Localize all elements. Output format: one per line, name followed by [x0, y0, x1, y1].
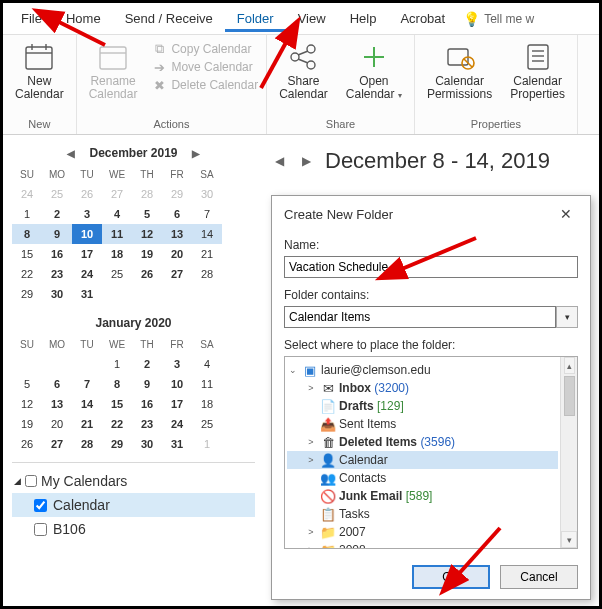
cal-day[interactable]: 13: [162, 224, 192, 244]
cal-day[interactable]: 5: [12, 374, 42, 394]
cal-day[interactable]: 10: [162, 374, 192, 394]
name-input[interactable]: [284, 256, 578, 278]
cal-day[interactable]: 5: [132, 204, 162, 224]
cal-day[interactable]: 2: [132, 354, 162, 374]
folder-tree[interactable]: ⌄▣laurie@clemson.edu>✉Inbox (3200)📄Draft…: [285, 357, 560, 548]
cal-day[interactable]: 25: [102, 264, 132, 284]
expand-icon[interactable]: ⌄: [287, 365, 299, 375]
cal-day[interactable]: 30: [132, 434, 162, 454]
cal-day[interactable]: 8: [102, 374, 132, 394]
cal-day[interactable]: 28: [192, 264, 222, 284]
tree-item[interactable]: 📋Tasks: [287, 505, 558, 523]
scroll-up-button[interactable]: ▴: [564, 357, 575, 374]
cal-day[interactable]: 6: [42, 374, 72, 394]
calendar-checkbox[interactable]: [34, 523, 47, 536]
cal-day[interactable]: 25: [42, 184, 72, 204]
cal-day[interactable]: 17: [72, 244, 102, 264]
calendar-list-item[interactable]: B106: [12, 517, 255, 541]
cal-day[interactable]: 27: [102, 184, 132, 204]
my-calendars-header[interactable]: ◢ My Calendars: [12, 469, 255, 493]
cal-day[interactable]: 24: [162, 414, 192, 434]
cal-next-month[interactable]: ▶: [186, 148, 206, 159]
ok-button[interactable]: OK: [412, 565, 490, 589]
cal-day[interactable]: 31: [162, 434, 192, 454]
tree-root[interactable]: ⌄▣laurie@clemson.edu: [287, 361, 558, 379]
expand-icon[interactable]: >: [305, 437, 317, 447]
tree-item[interactable]: >📁2007: [287, 523, 558, 541]
expand-icon[interactable]: >: [305, 383, 317, 393]
share-calendar-button[interactable]: Share Calendar: [275, 39, 332, 103]
cal-day[interactable]: 10: [72, 224, 102, 244]
cal-day[interactable]: 31: [72, 284, 102, 304]
cal-prev-month[interactable]: ◀: [61, 148, 81, 159]
cal-day[interactable]: 22: [102, 414, 132, 434]
next-week[interactable]: ▶: [298, 154, 315, 168]
cal-day[interactable]: 23: [132, 414, 162, 434]
cal-day[interactable]: 3: [162, 354, 192, 374]
cal-day[interactable]: 11: [102, 224, 132, 244]
cal-day[interactable]: 6: [162, 204, 192, 224]
cal-day[interactable]: 4: [102, 204, 132, 224]
cal-day[interactable]: 14: [72, 394, 102, 414]
cal-day[interactable]: 1: [12, 204, 42, 224]
cal-day[interactable]: 25: [192, 414, 222, 434]
cal-day[interactable]: 1: [192, 434, 222, 454]
cal-day[interactable]: 15: [12, 244, 42, 264]
calendar-list-item[interactable]: Calendar: [12, 493, 255, 517]
cal-day[interactable]: 4: [192, 354, 222, 374]
cal-day[interactable]: 16: [132, 394, 162, 414]
cal-day[interactable]: 27: [42, 434, 72, 454]
expand-icon[interactable]: >: [305, 455, 317, 465]
tree-scrollbar[interactable]: ▴ ▾: [560, 357, 577, 548]
calendar-checkbox[interactable]: [34, 499, 47, 512]
cal-day[interactable]: 20: [162, 244, 192, 264]
calendar-permissions-button[interactable]: Calendar Permissions: [423, 39, 496, 103]
cal-day[interactable]: 11: [192, 374, 222, 394]
tree-item[interactable]: 🚫Junk Email [589]: [287, 487, 558, 505]
cal-day[interactable]: 20: [42, 414, 72, 434]
open-calendar-button[interactable]: Open Calendar ▾: [342, 39, 406, 103]
cal-day[interactable]: 29: [162, 184, 192, 204]
scroll-down-button[interactable]: ▾: [561, 531, 577, 548]
tab-sendreceive[interactable]: Send / Receive: [113, 5, 225, 32]
expand-icon[interactable]: >: [305, 527, 317, 537]
calendar-properties-button[interactable]: Calendar Properties: [506, 39, 569, 103]
cal-day[interactable]: 19: [132, 244, 162, 264]
tree-item[interactable]: >👤Calendar: [287, 451, 558, 469]
cal-day[interactable]: 28: [72, 434, 102, 454]
tree-item[interactable]: >🗑Deleted Items (3596): [287, 433, 558, 451]
cal-day[interactable]: 30: [192, 184, 222, 204]
prev-week[interactable]: ◀: [271, 154, 288, 168]
close-button[interactable]: ✕: [554, 204, 578, 224]
new-calendar-button[interactable]: New Calendar: [11, 39, 68, 103]
tab-help[interactable]: Help: [338, 5, 389, 32]
tab-view[interactable]: View: [286, 5, 338, 32]
tree-item[interactable]: 📤Sent Items: [287, 415, 558, 433]
tell-me-search[interactable]: 💡 Tell me w: [463, 11, 534, 27]
cal-day[interactable]: 27: [162, 264, 192, 284]
tab-file[interactable]: File: [9, 5, 54, 32]
cal-day[interactable]: 7: [72, 374, 102, 394]
scroll-thumb[interactable]: [564, 376, 575, 416]
cal-day[interactable]: 9: [42, 224, 72, 244]
contains-select[interactable]: [284, 306, 556, 328]
tree-item[interactable]: >📁2008: [287, 541, 558, 548]
cal-day[interactable]: 29: [102, 434, 132, 454]
cal-day[interactable]: 17: [162, 394, 192, 414]
cal-day[interactable]: 28: [132, 184, 162, 204]
cal-day[interactable]: 26: [132, 264, 162, 284]
cancel-button[interactable]: Cancel: [500, 565, 578, 589]
mini-calendar-december[interactable]: ◀ December 2019 ▶ SUMOTUWETHFRSA24252627…: [12, 142, 255, 304]
cal-day[interactable]: 13: [42, 394, 72, 414]
cal-day[interactable]: 21: [192, 244, 222, 264]
tab-acrobat[interactable]: Acrobat: [388, 5, 457, 32]
cal-day[interactable]: 15: [102, 394, 132, 414]
cal-day[interactable]: 29: [12, 284, 42, 304]
contains-dropdown-button[interactable]: ▾: [556, 306, 578, 328]
cal-day[interactable]: 1: [102, 354, 132, 374]
cal-day[interactable]: 2: [42, 204, 72, 224]
expand-icon[interactable]: >: [305, 545, 317, 548]
my-calendars-checkbox[interactable]: [25, 475, 37, 487]
cal-day[interactable]: 12: [132, 224, 162, 244]
cal-day[interactable]: 7: [192, 204, 222, 224]
